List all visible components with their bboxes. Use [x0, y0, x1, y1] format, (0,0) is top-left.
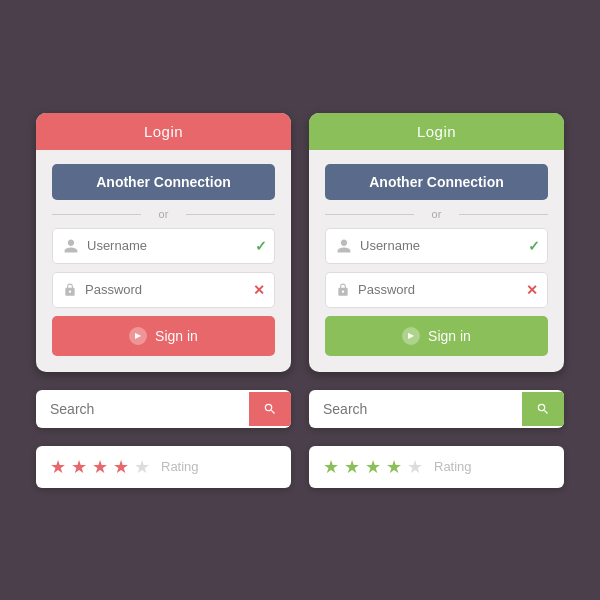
- password-group-green: ✕: [325, 272, 548, 308]
- user-icon-red: [63, 236, 79, 256]
- password-status-red: ✕: [253, 282, 265, 298]
- or-divider-green: or: [325, 208, 548, 220]
- main-container: Login Another Connection or ✓ ✕: [16, 93, 584, 508]
- password-input-red[interactable]: [85, 282, 253, 297]
- rating-bar-red: ★ ★ ★ ★ ★ Rating: [36, 446, 291, 488]
- login-body-green: Another Connection or ✓ ✕ ▶: [309, 150, 564, 372]
- search-bar-green: [309, 390, 564, 428]
- user-icon-green: [336, 236, 352, 256]
- star-5-green[interactable]: ★: [407, 456, 423, 478]
- signin-button-green[interactable]: ▶ Sign in: [325, 316, 548, 356]
- login-title-green: Login: [417, 123, 456, 140]
- star-4-green[interactable]: ★: [386, 456, 402, 478]
- username-input-red[interactable]: [87, 238, 255, 253]
- star-2-red[interactable]: ★: [71, 456, 87, 478]
- username-status-green: ✓: [528, 238, 540, 254]
- play-icon-green: ▶: [402, 327, 420, 345]
- username-status-red: ✓: [255, 238, 267, 254]
- search-icon-green: [536, 402, 550, 416]
- username-input-green[interactable]: [360, 238, 528, 253]
- login-body-red: Another Connection or ✓ ✕ ▶: [36, 150, 291, 372]
- star-1-green[interactable]: ★: [323, 456, 339, 478]
- login-card-red: Login Another Connection or ✓ ✕: [36, 113, 291, 372]
- rating-bar-green: ★ ★ ★ ★ ★ Rating: [309, 446, 564, 488]
- login-header-red: Login: [36, 113, 291, 150]
- rating-label-green: Rating: [434, 459, 472, 474]
- search-button-red[interactable]: [249, 392, 291, 426]
- lock-icon-green: [336, 280, 350, 300]
- password-group-red: ✕: [52, 272, 275, 308]
- search-input-red[interactable]: [36, 390, 249, 428]
- password-input-green[interactable]: [358, 282, 526, 297]
- search-icon-red: [263, 402, 277, 416]
- star-5-red[interactable]: ★: [134, 456, 150, 478]
- login-title-red: Login: [144, 123, 183, 140]
- username-group-red: ✓: [52, 228, 275, 264]
- or-divider-red: or: [52, 208, 275, 220]
- lock-icon-red: [63, 280, 77, 300]
- search-bar-red: [36, 390, 291, 428]
- password-status-green: ✕: [526, 282, 538, 298]
- star-3-green[interactable]: ★: [365, 456, 381, 478]
- star-4-red[interactable]: ★: [113, 456, 129, 478]
- connect-button-red[interactable]: Another Connection: [52, 164, 275, 200]
- rating-label-red: Rating: [161, 459, 199, 474]
- signin-button-red[interactable]: ▶ Sign in: [52, 316, 275, 356]
- login-header-green: Login: [309, 113, 564, 150]
- username-group-green: ✓: [325, 228, 548, 264]
- star-3-red[interactable]: ★: [92, 456, 108, 478]
- play-icon-red: ▶: [129, 327, 147, 345]
- search-button-green[interactable]: [522, 392, 564, 426]
- search-input-green[interactable]: [309, 390, 522, 428]
- login-card-green: Login Another Connection or ✓ ✕: [309, 113, 564, 372]
- connect-button-green[interactable]: Another Connection: [325, 164, 548, 200]
- star-2-green[interactable]: ★: [344, 456, 360, 478]
- star-1-red[interactable]: ★: [50, 456, 66, 478]
